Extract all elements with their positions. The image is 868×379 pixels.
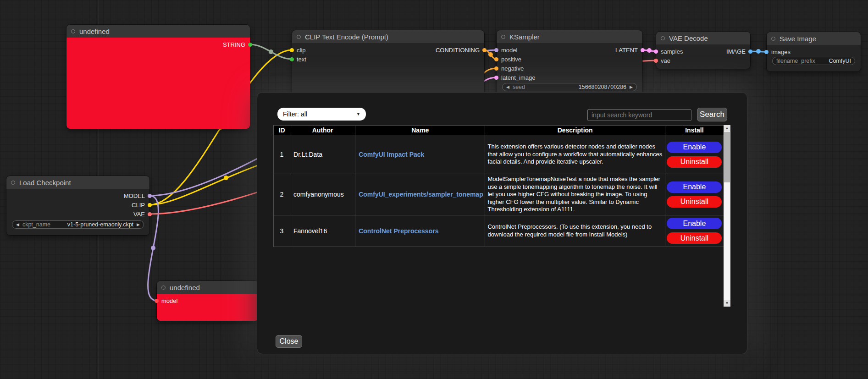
node-title: undefined [170, 284, 200, 291]
slot-label: vae [661, 57, 670, 64]
output-slot-image[interactable]: IMAGE [726, 47, 752, 56]
node-title: Save Image [780, 35, 816, 43]
slot-dot-string[interactable] [248, 43, 252, 47]
table-scrollbar[interactable]: ▲ ▼ [724, 125, 730, 307]
slot-dot-model[interactable] [148, 194, 152, 198]
collapse-dot-icon[interactable] [771, 37, 775, 41]
collapse-dot-icon[interactable] [11, 181, 15, 185]
increment-arrow-icon[interactable]: ▶ [137, 223, 140, 227]
slot-dot-samples[interactable] [654, 49, 658, 54]
slot-dot-positive[interactable] [494, 57, 498, 61]
slot-dot-images[interactable] [764, 50, 768, 54]
uninstall-button[interactable]: Uninstall [667, 156, 722, 168]
collapse-dot-icon[interactable] [161, 286, 166, 290]
node-header[interactable]: Load Checkpoint [6, 176, 149, 189]
widget-filename-prefix[interactable]: filename_prefix ComfyUI [772, 57, 855, 65]
input-slot-text[interactable]: text [290, 55, 306, 64]
scroll-down-icon[interactable]: ▼ [724, 300, 730, 307]
node-save-image[interactable]: Save Image images filename_prefix ComfyU… [767, 32, 861, 71]
cell-description: ModelSamplerTonemapNoiseTest a node that… [485, 174, 665, 215]
comfyui-canvas[interactable]: { "icons": { "arrow_left": "◀", "arrow_r… [0, 0, 868, 379]
enable-button[interactable]: Enable [667, 218, 722, 229]
node-header[interactable]: Save Image [767, 32, 861, 45]
collapse-dot-icon[interactable] [661, 36, 665, 40]
input-slot-model[interactable]: model [494, 45, 517, 55]
node-header[interactable]: CLIP Text Encode (Prompt) [292, 30, 484, 43]
close-button[interactable]: Close [276, 335, 302, 348]
slot-dot-vae[interactable] [148, 212, 152, 216]
slot-dot-text[interactable] [290, 57, 294, 61]
node-body: STRING [66, 38, 250, 129]
slot-dot-conditioning[interactable] [482, 48, 487, 52]
enable-button[interactable]: Enable [667, 181, 722, 193]
header-install: Install [665, 126, 724, 135]
node-load-checkpoint[interactable]: Load Checkpoint MODEL CLIP VAE ◀ ckpt_na… [6, 176, 149, 235]
output-slot-model[interactable]: MODEL [124, 191, 152, 200]
output-slot-vae[interactable]: VAE [133, 209, 152, 219]
input-slot-vae[interactable]: vae [654, 56, 670, 65]
node-undefined-bottom[interactable]: undefined model [157, 281, 259, 321]
slot-label: clip [297, 47, 306, 54]
node-undefined-top[interactable]: undefined STRING [66, 25, 250, 129]
slot-dot-model[interactable] [494, 48, 498, 52]
slot-dot-clip[interactable] [290, 48, 294, 52]
slot-label: negative [501, 65, 524, 72]
uninstall-button[interactable]: Uninstall [667, 196, 722, 208]
enable-button[interactable]: Enable [667, 142, 722, 153]
node-header[interactable]: KSampler [497, 30, 642, 43]
filter-dropdown[interactable]: Filter: all ▼ [277, 108, 366, 121]
input-slot-latent-image[interactable]: latent_image [494, 73, 535, 82]
output-slot-conditioning[interactable]: CONDITIONING [436, 45, 487, 55]
uninstall-button[interactable]: Uninstall [667, 232, 722, 244]
input-slot-positive[interactable]: positive [494, 55, 521, 64]
input-slot-model[interactable]: model [155, 296, 177, 305]
slot-dot-negative[interactable] [494, 66, 498, 71]
increment-arrow-icon[interactable]: ▶ [630, 85, 633, 89]
node-header[interactable]: undefined [157, 281, 259, 294]
cell-author: Fannovel16 [290, 215, 355, 247]
slot-dot-model[interactable] [155, 299, 159, 303]
slot-dot-vae[interactable] [654, 59, 658, 63]
slot-dot-latent[interactable] [641, 48, 645, 52]
widget-seed[interactable]: ◀ seed 156680208700286 ▶ [502, 83, 637, 91]
collapse-dot-icon[interactable] [297, 35, 301, 39]
output-slot-latent[interactable]: LATENT [615, 45, 645, 55]
slot-label: text [297, 56, 306, 63]
widget-name: seed [513, 84, 525, 90]
output-slot-string[interactable]: STRING [223, 40, 252, 49]
extension-link[interactable]: ControlNet Preprocessors [359, 227, 438, 235]
slot-dot-image[interactable] [748, 49, 752, 54]
slot-label: MODEL [124, 192, 145, 199]
input-slot-images[interactable]: images [764, 47, 791, 56]
search-input[interactable] [587, 109, 691, 121]
decrement-arrow-icon[interactable]: ◀ [506, 85, 509, 89]
node-header[interactable]: undefined [66, 25, 250, 38]
node-body: samples IMAGE vae [656, 44, 750, 69]
input-slot-clip[interactable]: clip [290, 45, 306, 55]
decrement-arrow-icon[interactable]: ◀ [16, 223, 19, 227]
link-dot [151, 246, 155, 250]
node-vae-decode[interactable]: VAE Decode samples IMAGE vae [656, 32, 750, 69]
collapse-dot-icon[interactable] [71, 29, 75, 33]
slot-label: samples [661, 48, 683, 55]
widget-ckpt-name[interactable]: ◀ ckpt_name v1-5-pruned-emaonly.ckpt ▶ [12, 220, 144, 229]
extension-link[interactable]: ComfyUI_experiments/sampler_tonemap [359, 191, 483, 198]
collapse-dot-icon[interactable] [501, 35, 505, 39]
slot-label: VAE [133, 211, 145, 218]
node-body: model [157, 294, 259, 321]
slot-dot-clip[interactable] [148, 203, 152, 207]
scrollbar-thumb[interactable] [724, 132, 730, 182]
cell-description: This extension offers various detector n… [485, 135, 665, 174]
scroll-up-icon[interactable]: ▲ [724, 125, 730, 132]
input-slot-samples[interactable]: samples [654, 47, 683, 56]
extension-link[interactable]: ComfyUI Impact Pack [359, 151, 424, 158]
slot-dot-latent-image[interactable] [494, 76, 498, 80]
link-dot [488, 52, 493, 57]
node-body: images filename_prefix ComfyUI [767, 45, 861, 71]
input-slot-negative[interactable]: negative [494, 64, 524, 73]
output-slot-clip[interactable]: CLIP [132, 200, 152, 209]
header-id: ID [274, 126, 290, 135]
header-description: Description [485, 126, 665, 135]
node-header[interactable]: VAE Decode [656, 32, 750, 44]
search-button[interactable]: Search [697, 108, 727, 121]
